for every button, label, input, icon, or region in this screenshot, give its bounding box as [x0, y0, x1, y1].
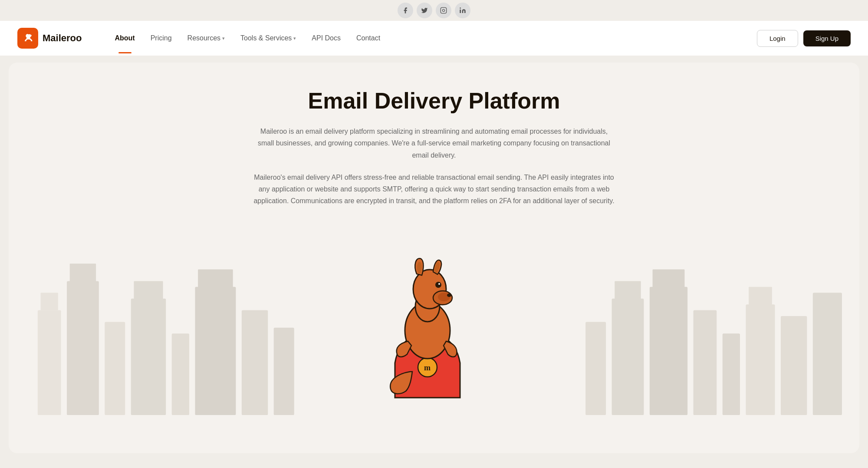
svg-rect-19 [653, 270, 685, 290]
svg-point-33 [447, 293, 451, 297]
nav-item-pricing[interactable]: Pricing [144, 31, 179, 46]
hero-description-1: Maileroo is an email delivery platform s… [256, 125, 612, 161]
kangaroo-mascot: m [373, 250, 495, 415]
svg-rect-10 [172, 333, 189, 415]
svg-rect-7 [105, 322, 125, 415]
hero-title: Email Delivery Platform [26, 89, 842, 113]
svg-rect-3 [38, 310, 61, 415]
nav-links: About Pricing Resources ▾ Tools & Servic… [108, 31, 756, 46]
svg-rect-12 [198, 270, 233, 290]
nav-item-tools-services[interactable]: Tools & Services ▾ [233, 31, 303, 46]
svg-point-34 [435, 282, 441, 288]
resources-chevron-icon: ▾ [222, 36, 225, 41]
logo[interactable]: Maileroo [17, 28, 82, 49]
svg-rect-16 [612, 299, 644, 415]
svg-rect-14 [274, 328, 294, 415]
hero-card: Email Delivery Platform Maileroo is an e… [9, 63, 859, 453]
main-wrapper: Email Delivery Platform Maileroo is an e… [0, 56, 868, 453]
nav-actions: Login Sign Up [757, 30, 851, 47]
svg-rect-17 [615, 281, 641, 301]
svg-rect-11 [195, 287, 236, 415]
svg-rect-22 [746, 304, 775, 415]
svg-rect-8 [131, 299, 166, 415]
svg-rect-0 [441, 7, 446, 13]
nav-item-contact[interactable]: Contact [349, 31, 387, 46]
tools-chevron-icon: ▾ [293, 36, 296, 41]
instagram-icon[interactable] [436, 3, 451, 18]
logo-icon [17, 28, 38, 49]
svg-rect-5 [67, 281, 99, 415]
svg-rect-4 [41, 293, 58, 310]
nav-item-about[interactable]: About [108, 31, 141, 46]
svg-rect-20 [694, 310, 717, 415]
svg-point-35 [438, 283, 440, 285]
logo-text: Maileroo [43, 33, 82, 44]
linkedin-icon[interactable] [455, 3, 470, 18]
svg-text:m: m [424, 363, 431, 372]
svg-rect-15 [585, 322, 606, 415]
svg-rect-9 [134, 281, 163, 301]
svg-rect-21 [723, 333, 740, 415]
login-button[interactable]: Login [757, 30, 798, 47]
twitter-icon[interactable] [417, 3, 432, 18]
svg-rect-24 [781, 316, 807, 415]
facebook-icon[interactable] [398, 3, 413, 18]
svg-rect-23 [749, 287, 772, 307]
navbar: Maileroo About Pricing Resources ▾ Tools… [0, 21, 868, 56]
nav-item-api-docs[interactable]: API Docs [305, 31, 348, 46]
svg-point-2 [460, 7, 461, 9]
svg-rect-25 [813, 293, 842, 415]
svg-rect-6 [70, 264, 96, 284]
nav-item-resources[interactable]: Resources ▾ [181, 31, 232, 46]
signup-button[interactable]: Sign Up [803, 30, 851, 46]
top-social-bar [0, 0, 868, 21]
svg-rect-18 [650, 287, 687, 415]
svg-rect-13 [242, 310, 268, 415]
hero-illustration: m [26, 233, 842, 415]
